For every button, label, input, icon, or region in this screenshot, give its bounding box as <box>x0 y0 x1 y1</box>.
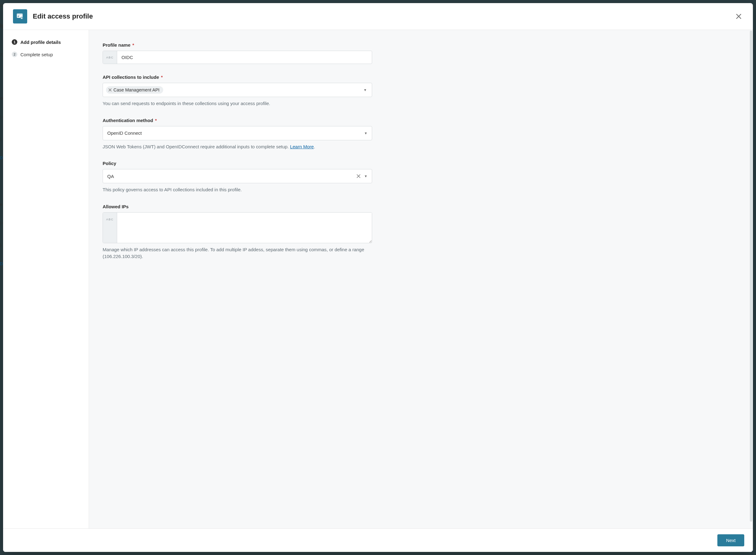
collection-chip: Case Management API <box>106 86 163 94</box>
modal-header: Edit access profile <box>3 3 753 30</box>
policy-help: This policy governs access to API collec… <box>102 186 372 194</box>
chevron-down-icon: ▼ <box>364 174 368 178</box>
allowed-ips-textarea[interactable] <box>117 213 372 243</box>
step-label: Complete setup <box>20 52 53 57</box>
policy-label: Policy <box>102 161 372 166</box>
modal-backdrop: itf ip 7) ol ) C ) D n ) C ) D <box>0 0 756 555</box>
api-collections-help: You can send requests to endpoints in th… <box>102 100 372 107</box>
step-number-badge: 2 <box>12 52 17 57</box>
modal-footer: Next <box>3 528 753 552</box>
api-collections-select[interactable]: Case Management API ▼ <box>102 83 372 97</box>
svg-rect-2 <box>17 16 19 16</box>
svg-point-7 <box>22 17 22 18</box>
policy-value: QA <box>107 174 357 179</box>
profile-window-icon <box>13 9 27 24</box>
api-collections-group: API collections to include * Case Manage… <box>102 75 372 107</box>
allowed-ips-group: Allowed IPs ABC Manage which IP addresse… <box>102 204 372 260</box>
svg-rect-1 <box>17 13 23 15</box>
auth-method-select[interactable]: OpenID Connect ▼ <box>102 126 372 140</box>
step-number-badge: 1 <box>12 39 17 45</box>
profile-name-group: Profile name * ABC <box>102 42 372 64</box>
svg-rect-3 <box>17 17 19 17</box>
step-complete-setup[interactable]: 2 Complete setup <box>12 52 80 57</box>
text-prefix-icon: ABC <box>103 213 117 243</box>
policy-group: Policy QA ▼ This policy governs access t… <box>102 161 372 194</box>
chip-label: Case Management API <box>114 87 160 92</box>
profile-name-label: Profile name * <box>102 42 372 48</box>
auth-method-help: JSON Web Tokens (JWT) and OpenIDConnect … <box>102 143 372 151</box>
allowed-ips-label: Allowed IPs <box>102 204 372 209</box>
modal-title: Edit access profile <box>33 12 729 20</box>
api-collections-label: API collections to include * <box>102 75 372 80</box>
chevron-down-icon[interactable]: ▼ <box>364 88 369 92</box>
close-icon <box>736 14 741 19</box>
policy-select[interactable]: QA ▼ <box>102 169 372 183</box>
learn-more-link[interactable]: Learn More <box>290 144 314 149</box>
profile-name-input-wrap: ABC <box>102 51 372 64</box>
chevron-down-icon: ▼ <box>364 131 368 135</box>
step-label: Add profile details <box>20 40 61 45</box>
allowed-ips-input-wrap: ABC <box>102 212 372 243</box>
scrollbar[interactable] <box>750 31 752 522</box>
auth-method-label: Authentication method * <box>102 118 372 123</box>
modal-body: 1 Add profile details 2 Complete setup P… <box>3 30 753 528</box>
auth-method-group: Authentication method * OpenID Connect ▼… <box>102 118 372 151</box>
step-add-profile-details[interactable]: 1 Add profile details <box>12 39 80 45</box>
next-button[interactable]: Next <box>717 534 744 546</box>
profile-name-input[interactable] <box>117 51 372 63</box>
edit-access-profile-modal: Edit access profile 1 Add profile detail… <box>3 3 753 552</box>
text-prefix-icon: ABC <box>103 51 117 63</box>
allowed-ips-help: Manage which IP addresses can access thi… <box>102 246 372 260</box>
steps-sidebar: 1 Add profile details 2 Complete setup <box>3 30 89 528</box>
form-pane: Profile name * ABC API collections to in… <box>89 30 753 528</box>
remove-chip-icon[interactable] <box>109 88 112 91</box>
close-button[interactable] <box>734 12 743 21</box>
clear-policy-icon[interactable] <box>357 174 361 178</box>
auth-method-value: OpenID Connect <box>107 130 364 136</box>
